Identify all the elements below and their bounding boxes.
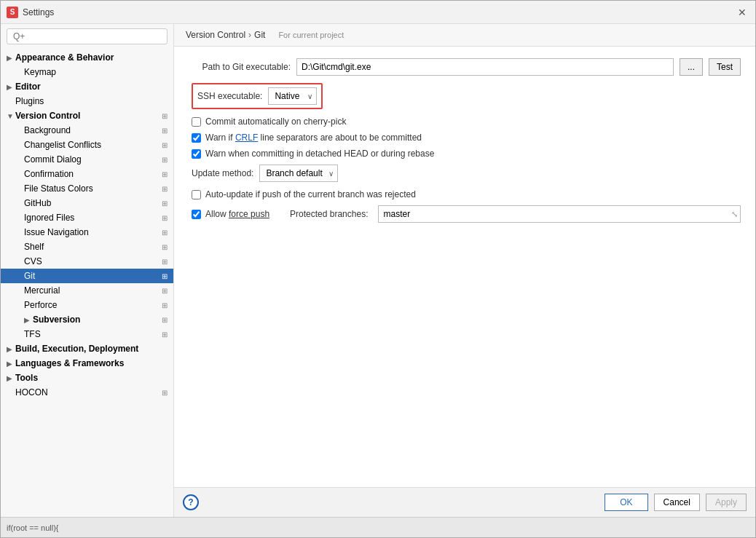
page-icon: ⊞: [162, 170, 168, 178]
sidebar-item-shelf[interactable]: Shelf ⊞: [1, 240, 173, 254]
sidebar-item-file-status-colors[interactable]: File Status Colors ⊞: [1, 181, 173, 196]
update-method-select[interactable]: Branch default Merge Rebase: [259, 165, 338, 182]
sidebar-item-tools[interactable]: ▶ Tools: [1, 371, 173, 385]
sidebar-item-build[interactable]: ▶ Build, Execution, Deployment: [1, 341, 173, 356]
sidebar-item-perforce[interactable]: Perforce ⊞: [1, 298, 173, 312]
git-path-input[interactable]: [296, 58, 674, 76]
taskbar: if(root == null){: [1, 517, 755, 537]
sidebar-item-label: Subversion: [33, 315, 159, 325]
help-button[interactable]: ?: [183, 494, 199, 510]
page-icon: ⊞: [162, 316, 168, 324]
ssh-label: SSH executable:: [197, 91, 262, 101]
ok-button[interactable]: OK: [605, 494, 647, 511]
settings-window: S Settings ✕ ▶ Appearance & Behavior Key…: [0, 0, 756, 538]
sidebar-item-mercurial[interactable]: Mercurial ⊞: [1, 283, 173, 298]
sidebar-item-cvs[interactable]: CVS ⊞: [1, 254, 173, 269]
sidebar-item-github[interactable]: GitHub ⊞: [1, 196, 173, 210]
detached-head-row: Warn when committing in detached HEAD or…: [189, 149, 741, 159]
app-icon: S: [7, 7, 18, 18]
resize-handle: ⤡: [731, 210, 738, 219]
sidebar-item-ignored-files[interactable]: Ignored Files ⊞: [1, 210, 173, 225]
detached-head-checkbox[interactable]: [192, 149, 201, 159]
close-button[interactable]: ✕: [735, 5, 749, 20]
git-path-dots-button[interactable]: ...: [680, 58, 703, 76]
sidebar-item-label: File Status Colors: [24, 183, 159, 194]
sidebar-item-commit-dialog[interactable]: Commit Dialog ⊞: [1, 152, 173, 167]
page-icon: ⊞: [162, 287, 168, 295]
cherry-pick-checkbox[interactable]: [192, 117, 201, 127]
page-icon: ⊞: [162, 199, 168, 207]
sidebar-item-label: TFS: [24, 329, 159, 339]
sidebar-item-issue-navigation[interactable]: Issue Navigation ⊞: [1, 225, 173, 240]
page-icon: ⊞: [162, 214, 168, 222]
sidebar-item-subversion[interactable]: ▶ Subversion ⊞: [1, 312, 173, 327]
sidebar-item-label: Editor: [15, 82, 168, 92]
sidebar-item-label: Tools: [15, 373, 168, 383]
cherry-pick-row: Commit automatically on cherry-pick: [189, 116, 741, 127]
page-icon: ⊞: [162, 301, 168, 309]
auto-update-checkbox[interactable]: [192, 190, 201, 199]
sidebar-item-label: Keymap: [24, 67, 168, 77]
arrow-icon: ▶: [7, 345, 15, 353]
detached-head-label: Warn when committing in detached HEAD or…: [205, 149, 434, 159]
sidebar-item-confirmation[interactable]: Confirmation ⊞: [1, 167, 173, 181]
sidebar-item-label: Version Control: [15, 111, 159, 121]
sidebar-item-tfs[interactable]: TFS ⊞: [1, 327, 173, 341]
sidebar-item-label: Ignored Files: [24, 213, 159, 223]
auto-update-label: Auto-update if push of the current branc…: [205, 189, 416, 199]
arrow-icon: ▶: [24, 316, 33, 324]
sidebar-item-git[interactable]: Git ⊞: [1, 269, 173, 283]
crlf-checkbox[interactable]: [192, 133, 201, 143]
page-icon: ⊞: [162, 258, 168, 266]
apply-button[interactable]: Apply: [706, 494, 747, 511]
sidebar-item-label: Changelist Conflicts: [24, 140, 159, 150]
sidebar-item-languages[interactable]: ▶ Languages & Frameworks: [1, 356, 173, 371]
sidebar-item-editor[interactable]: ▶ Editor: [1, 79, 173, 94]
git-path-label: Path to Git executable:: [189, 62, 291, 72]
content-body: Path to Git executable: ... Test SSH exe…: [174, 47, 755, 487]
breadcrumb-parent: Version Control: [186, 30, 245, 40]
sidebar-item-keymap[interactable]: Keymap: [1, 65, 173, 79]
git-test-button[interactable]: Test: [709, 58, 741, 76]
bottom-right: OK Cancel Apply: [605, 494, 747, 511]
sidebar-item-plugins[interactable]: Plugins: [1, 94, 173, 108]
bottom-left: ?: [183, 494, 199, 510]
title-bar: S Settings ✕: [1, 1, 755, 24]
force-push-checkbox[interactable]: [192, 210, 201, 219]
bottom-bar: ? OK Cancel Apply: [174, 487, 755, 517]
cancel-button[interactable]: Cancel: [654, 494, 700, 511]
page-icon: ⊞: [162, 229, 168, 237]
sidebar-item-changelist-conflicts[interactable]: Changelist Conflicts ⊞: [1, 138, 173, 152]
protected-branches-input-wrap: ⤡: [378, 205, 741, 223]
arrow-icon: ▶: [7, 360, 15, 368]
sidebar-item-label: Issue Navigation: [24, 227, 159, 237]
page-icon: ⊞: [162, 331, 168, 339]
sidebar-item-label: Appearance & Behavior: [15, 52, 168, 63]
sidebar-item-label: Git: [24, 271, 159, 281]
sidebar-item-background[interactable]: Background ⊞: [1, 123, 173, 138]
sidebar-item-version-control[interactable]: ▼ Version Control ⊞: [1, 108, 173, 123]
sidebar-item-hocon[interactable]: HOCON ⊞: [1, 385, 173, 400]
force-push-underline: force push: [229, 209, 269, 219]
ssh-executable-row: SSH executable: Native Built-in: [192, 83, 323, 109]
arrow-icon: ▶: [7, 83, 15, 91]
sidebar-item-label: Confirmation: [24, 169, 159, 179]
arrow-icon: ▼: [7, 112, 15, 120]
protected-branches-label: Protected branches:: [290, 209, 368, 219]
protected-branches-input[interactable]: [378, 205, 741, 223]
force-push-left: Allow force push: [192, 209, 269, 219]
title-bar-left: S Settings: [7, 7, 54, 18]
window-title: Settings: [23, 7, 54, 17]
search-input[interactable]: [7, 28, 168, 44]
update-method-select-wrap: Branch default Merge Rebase: [259, 165, 338, 182]
sidebar-item-label: HOCON: [15, 387, 159, 397]
for-current-project-link[interactable]: For current project: [278, 31, 344, 39]
ssh-select[interactable]: Native Built-in: [268, 87, 317, 105]
page-icon: ⊞: [162, 243, 168, 251]
sidebar-item-label: Plugins: [15, 96, 168, 106]
content-header: Version Control › Git For current projec…: [174, 24, 755, 47]
sidebar-item-appearance[interactable]: ▶ Appearance & Behavior: [1, 50, 173, 65]
sidebar-item-label: Languages & Frameworks: [15, 358, 168, 368]
page-icon: ⊞: [162, 127, 168, 135]
search-box: [7, 28, 168, 44]
